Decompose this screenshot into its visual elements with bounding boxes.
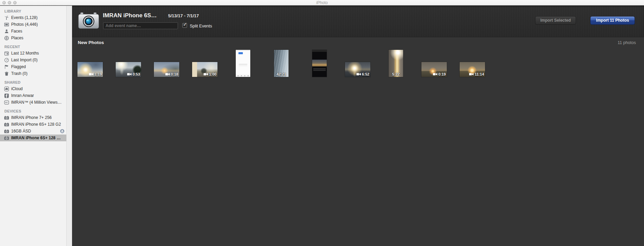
camera-device-icon [4,122,9,127]
video-camera-icon [127,72,132,76]
source-list-sidebar: LIBRARYEvents (1,128)Photos (4,446)Faces… [0,6,66,246]
sidebar-scrollbar-track[interactable] [66,6,72,246]
sidebar-section: DEVICESIMRAN iPhone 7+ 256IMRAN iPhone 6… [0,106,66,141]
photo-thumbnail[interactable]: 1:19 [77,62,103,77]
trash-icon [4,71,9,76]
date-range: 5/13/17 - 7/1/17 [168,13,199,18]
video-camera-icon [469,72,474,76]
photo-thumbnail-slot: 0:18 [154,62,179,77]
event-name-input[interactable] [103,22,178,29]
sidebar-section: RECENTLast 12 MonthsLast Import (0)Flagg… [0,41,66,77]
video-duration-badge: 1:00 [204,72,216,76]
camera-device-icon [4,135,9,141]
new-photos-section-header: New Photos 11 photos [72,37,644,48]
section-title: New Photos [78,40,104,45]
photo-thumbnail-slot: 42:21 [269,50,294,77]
sidebar-item-last-12-months[interactable]: Last 12 Months [0,50,66,57]
photo-thumbnail[interactable]: 0:18 [154,62,179,77]
sidebar-item-label: Last 12 Months [11,51,39,56]
sidebar-item-imran-photostream[interactable]: IMRAN™ (4 Million Views!)… [0,99,66,106]
sidebar-item-label: Photos (4,446) [11,22,38,27]
video-camera-icon [356,72,361,76]
photo-thumbnail[interactable] [312,50,327,77]
flag-icon [4,64,9,69]
sidebar-item-label: iCloud [11,86,23,91]
photo-thumbnail[interactable]: 5:22 [389,50,403,77]
photo-thumbnail[interactable]: 1:00 [192,62,217,77]
sidebar-item-label: Trash (0) [11,71,27,76]
sidebar-section-header: RECENT [0,44,66,50]
sidebar-section-header: DEVICES [0,108,66,114]
cloud-icon [4,86,9,91]
sidebar-item-label: Flagged [11,64,26,69]
sidebar-item-iphone-7-256[interactable]: IMRAN iPhone 7+ 256 [0,114,66,121]
import-selected-button[interactable]: Import Selected [535,16,576,25]
sidebar-item-label: Last Import (0) [11,58,38,62]
photo-thumbnail[interactable]: 0:19 [421,62,447,77]
sidebar-item-places[interactable]: Places [0,35,66,41]
camera-device-badge-icon [78,12,99,29]
window-title: iPhoto [0,0,644,5]
photo-thumbnail[interactable]: 42:21 [274,50,289,77]
sidebar-item-photos[interactable]: Photos (4,446) [0,21,66,28]
palm-tree-icon [4,15,9,20]
person-icon [4,28,9,34]
split-events-label: Split Events [190,24,212,28]
sidebar-section-header: SHARED [0,79,66,85]
sidebar-item-label: IMRAN iPhone 6S+ 128 G1 [11,136,62,140]
sidebar-item-label: IMRAN iPhone 7+ 256 [11,115,52,120]
eject-icon[interactable] [60,129,65,134]
camera-device-icon [4,128,9,134]
sidebar-item-flagged[interactable]: Flagged [0,63,66,70]
sidebar-item-events[interactable]: Events (1,128) [0,14,66,21]
split-events-checkbox[interactable]: ✓ [182,23,187,28]
video-duration-badge: 42:21 [276,72,286,76]
video-duration-badge: 6:52 [356,72,369,76]
sidebar-item-label: 16GB ÁSD [11,129,31,134]
sidebar-section: SHAREDiCloudImran AnwarIMRAN™ (4 Million… [0,77,66,106]
sidebar-item-label: IMRAN™ (4 Million Views!)… [11,100,62,105]
sidebar-section: LIBRARYEvents (1,128)Photos (4,446)Faces… [0,6,66,41]
photo-thumbnail[interactable]: 6:52 [345,62,370,77]
sidebar-item-imran-anwar[interactable]: Imran Anwar [0,92,66,99]
video-duration-badge: 1:19 [89,72,102,76]
video-duration-badge: 0:18 [165,72,178,76]
sidebar-item-label: Imran Anwar [11,93,34,98]
sidebar-item-label: Events (1,128) [11,15,38,20]
photo-thumbnail[interactable] [236,50,250,77]
video-duration-badge: 11:14 [469,72,484,76]
photo-thumbnail-slot: 6:52 [345,62,370,77]
sidebar-item-label: IMRAN iPhone 6S+ 128 G2 [11,122,61,127]
calendar-icon [4,50,9,56]
photo-thumbnail-slot [230,50,256,77]
camera-device-icon [4,115,9,120]
facebook-icon [4,93,9,98]
photo-thumbnail-slot: 0:19 [421,62,447,77]
photo-thumbnail[interactable]: 11:14 [460,62,485,77]
video-duration-badge: 0:19 [433,72,446,76]
video-camera-icon [165,72,170,76]
device-event-title: IMRAN iPhone 6S… [103,12,157,19]
sidebar-item-last-import[interactable]: Last Import (0) [0,57,66,63]
globe-icon [4,35,9,41]
photo-thumbnail-slot: 11:14 [460,62,485,77]
import-all-button[interactable]: Import 11 Photos [590,16,635,25]
photo-thumbnail[interactable]: 0:53 [116,62,141,77]
photo-count-label: 11 photos [618,40,636,45]
sidebar-item-iphone-6s-128-g2[interactable]: IMRAN iPhone 6S+ 128 G2 [0,121,66,128]
photos-icon [4,22,9,27]
video-duration-badge: 0:53 [127,72,140,76]
sidebar-item-faces[interactable]: Faces [0,28,66,35]
photostream-icon [4,100,9,105]
sidebar-item-icloud[interactable]: iCloud [0,85,66,92]
sidebar-item-iphone-6s-128-g1[interactable]: IMRAN iPhone 6S+ 128 G1 [0,135,66,141]
import-header: IMRAN iPhone 6S… 5/13/17 - 7/1/17 ✓ Spli… [72,6,644,37]
import-pane: IMRAN iPhone 6S… 5/13/17 - 7/1/17 ✓ Spli… [72,6,644,246]
sidebar-section-header: LIBRARY [0,8,66,14]
sidebar-item-16gb-asd[interactable]: 16GB ÁSD [0,128,66,135]
photo-thumbnail-slot [307,50,332,77]
sidebar-item-trash[interactable]: Trash (0) [0,70,66,77]
clock-icon [4,57,9,63]
video-camera-icon [433,72,437,76]
sidebar-item-label: Places [11,36,23,40]
